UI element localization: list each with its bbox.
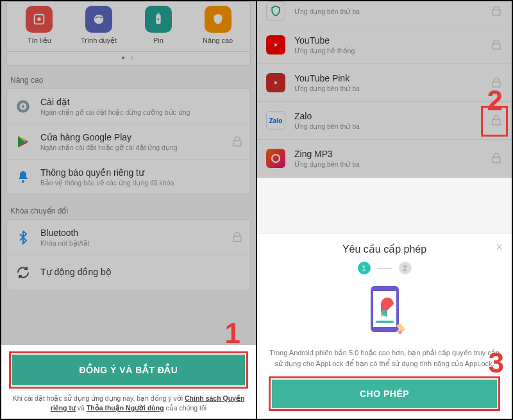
shield-icon bbox=[205, 6, 231, 33]
app-sub: Ứng dụng bên thứ ba bbox=[294, 8, 481, 15]
feature-tiles: Tín liệu Trình duyệt Pin bbox=[6, 1, 251, 52]
callout-3: 3 bbox=[489, 347, 504, 379]
svg-point-9 bbox=[272, 155, 280, 162]
terms-suffix: của chúng tôi bbox=[164, 404, 207, 412]
svg-point-1 bbox=[38, 17, 42, 21]
lock-icon bbox=[231, 135, 244, 148]
tile-label: Pin bbox=[153, 37, 164, 44]
signal-icon bbox=[26, 6, 53, 33]
tile-battery[interactable]: Pin bbox=[132, 6, 185, 45]
permission-desc: Trong Android phiên bản 5.0 hoặc cao hơn… bbox=[269, 348, 500, 369]
terms-mid: và bbox=[76, 404, 87, 412]
app-sub: Ứng dụng hệ thống bbox=[294, 47, 481, 55]
zing-icon bbox=[266, 149, 285, 168]
lock-icon[interactable] bbox=[490, 38, 503, 51]
row-bluetooth[interactable]: Bluetooth Khóa nút bật/tắt bbox=[7, 220, 250, 255]
highlight-box-3: CHO PHÉP bbox=[269, 376, 500, 411]
permission-sheet: × Yêu cầu cấp phép 1 2 Trong bbox=[257, 233, 512, 419]
svg-point-7 bbox=[22, 105, 24, 108]
allow-button[interactable]: CHO PHÉP bbox=[272, 380, 497, 408]
app-sub: Ứng dụng bên thứ ba bbox=[294, 122, 481, 130]
row-title: Bluetooth bbox=[40, 228, 223, 238]
step-2: 2 bbox=[399, 262, 412, 274]
svg-rect-4 bbox=[157, 13, 160, 15]
close-icon[interactable]: × bbox=[496, 240, 503, 254]
row-title: Thông báo quyền riêng tư bbox=[40, 167, 244, 178]
row-privacy-notif[interactable]: Thông báo quyền riêng tư Bảo vệ thông bá… bbox=[7, 160, 250, 194]
step-line bbox=[377, 268, 392, 269]
app-title: Zing MP3 bbox=[294, 149, 481, 159]
terms-prefix: Khi cài đặt hoặc sử dụng ứng dụng này, b… bbox=[13, 394, 185, 402]
section-header-advanced: Nâng cao bbox=[1, 69, 256, 88]
app-title: YouTube Pink bbox=[294, 73, 481, 83]
svg-point-8 bbox=[22, 180, 24, 183]
permission-title: Yêu cầu cấp phép bbox=[269, 243, 500, 255]
lock-icon[interactable] bbox=[490, 4, 503, 17]
highlight-box-1: ĐỒNG Ý VÀ BẮT ĐẦU bbox=[9, 351, 248, 389]
youtube-icon bbox=[266, 35, 285, 55]
app-row-find-device[interactable]: Ứng dụng bên thứ ba bbox=[257, 1, 512, 26]
zalo-icon: Zalo bbox=[266, 111, 285, 130]
row-settings[interactable]: Cài đặt Ngăn chặn gỡ cài đặt hoặc dừng c… bbox=[7, 89, 250, 124]
terms-text: Khi cài đặt hoặc sử dụng ứng dụng này, b… bbox=[9, 394, 248, 414]
find-device-icon bbox=[266, 1, 285, 21]
row-playstore[interactable]: Cửa hàng Google Play Ngăn chặn cài đặt h… bbox=[7, 124, 250, 160]
permission-illustration bbox=[353, 282, 417, 340]
row-title: Tự động đồng bộ bbox=[40, 267, 244, 277]
row-sub: Khóa nút bật/tắt bbox=[40, 239, 223, 247]
app-row-youtube-pink[interactable]: YouTube Pink Ứng dụng bên thứ ba bbox=[257, 64, 512, 102]
app-row-zing[interactable]: Zing MP3 Ứng dụng bên thứ ba bbox=[257, 140, 512, 178]
sync-icon bbox=[13, 263, 33, 282]
row-sub: Bảo vệ thông báo về các ứng dụng đã khóa bbox=[40, 179, 244, 187]
step-indicator: 1 2 bbox=[269, 262, 500, 274]
tutorial-frame: Tín liệu Trình duyệt Pin bbox=[0, 0, 513, 420]
tile-advanced[interactable]: Nâng cao bbox=[192, 6, 244, 45]
lock-icon[interactable] bbox=[490, 152, 503, 165]
bell-icon bbox=[13, 167, 33, 187]
row-title: Cài đặt bbox=[40, 97, 244, 107]
card-toggle: Bluetooth Khóa nút bật/tắt Tự động đồng … bbox=[6, 219, 251, 290]
lock-icon bbox=[231, 231, 244, 244]
app-sub: Ứng dụng bên thứ ba bbox=[294, 85, 481, 92]
step-1: 1 bbox=[358, 262, 371, 274]
app-row-youtube[interactable]: YouTube Ứng dụng hệ thống bbox=[257, 26, 512, 64]
row-title: Cửa hàng Google Play bbox=[40, 132, 223, 142]
section-header-toggle: Khóa chuyển đổi bbox=[1, 200, 256, 219]
bluetooth-icon bbox=[13, 228, 33, 247]
battery-icon bbox=[145, 6, 172, 33]
tile-label: Nâng cao bbox=[203, 37, 233, 44]
app-title: Zalo bbox=[294, 111, 481, 121]
row-sub: Ngăn chặn cài đặt hoặc gỡ cài đặt ứng dụ… bbox=[40, 144, 223, 151]
svg-point-13 bbox=[398, 330, 402, 334]
gear-icon bbox=[13, 97, 33, 116]
app-row-zalo[interactable]: Zalo Zalo Ứng dụng bên thứ ba bbox=[257, 102, 512, 140]
panel-right: Ứng dụng bên thứ ba YouTube Ứng dụng hệ … bbox=[257, 1, 512, 419]
agree-sheet: ĐỒNG Ý VÀ BẮT ĐẦU Khi cài đặt hoặc sử dụ… bbox=[1, 345, 256, 419]
browser-icon bbox=[85, 6, 112, 33]
card-advanced: Cài đặt Ngăn chặn gỡ cài đặt hoặc dừng c… bbox=[6, 88, 251, 195]
panel-left: Tín liệu Trình duyệt Pin bbox=[1, 1, 257, 419]
tile-signal[interactable]: Tín liệu bbox=[13, 6, 65, 45]
callout-2: 2 bbox=[487, 85, 503, 117]
play-store-icon bbox=[13, 132, 33, 151]
svg-point-2 bbox=[94, 15, 104, 24]
row-autosync[interactable]: Tự động đồng bộ bbox=[7, 255, 250, 290]
row-sub: Ngăn chặn gỡ cài đặt hoặc dừng cưỡng bức… bbox=[40, 108, 244, 116]
callout-1: 1 bbox=[225, 317, 240, 349]
page-indicator: ● ○ bbox=[6, 52, 251, 65]
app-sub: Ứng dụng bên thứ ba bbox=[294, 160, 481, 168]
tile-label: Trình duyệt bbox=[81, 37, 117, 45]
tile-label: Tín liệu bbox=[28, 37, 51, 45]
app-title: YouTube bbox=[294, 35, 481, 46]
tile-browser[interactable]: Trình duyệt bbox=[72, 6, 125, 45]
user-agreement-link[interactable]: Thỏa thuận Người dùng bbox=[87, 404, 164, 412]
agree-button[interactable]: ĐỒNG Ý VÀ BẮT ĐẦU bbox=[12, 355, 245, 385]
svg-rect-12 bbox=[376, 321, 394, 323]
youtube-pink-icon bbox=[266, 73, 285, 92]
